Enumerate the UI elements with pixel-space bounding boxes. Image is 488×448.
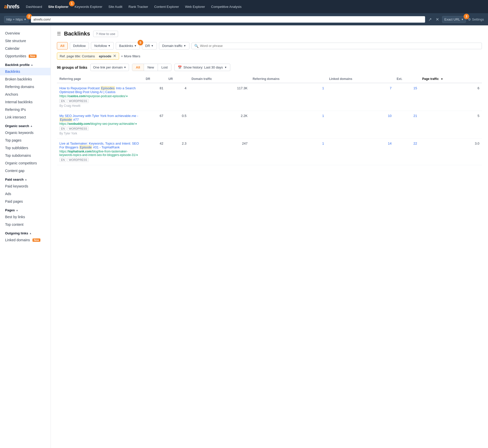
sidebar-item-opportunities[interactable]: Opportunities New [0, 52, 51, 60]
filter-all-btn[interactable]: All [57, 42, 68, 49]
app-logo[interactable]: ahrefs [4, 3, 19, 10]
sidebar-item-anchors[interactable]: Anchors [0, 91, 51, 98]
page-url[interactable]: https://castos.com/repurpose-podcast-epi… [59, 94, 141, 98]
sidebar-item-paid-pages[interactable]: Paid pages [0, 198, 51, 205]
filter-dr-btn[interactable]: DR ▼ [142, 42, 157, 49]
metric-cell: 247 [189, 139, 250, 165]
col-ext[interactable]: Ext. [394, 75, 419, 83]
nav-dashboard[interactable]: Dashboard [23, 3, 45, 10]
col-domain-traffic[interactable]: Domain traffic [189, 75, 250, 83]
backlinks-table: Referring page DR UR Domain traffic Refe… [57, 75, 482, 165]
show-history-btn[interactable]: 📅 Show history: Last 30 days ▼ [174, 64, 230, 71]
nav-web-explorer[interactable]: Web Explorer [183, 3, 208, 10]
nav-site-explorer[interactable]: Site Explorer 1 [46, 3, 71, 10]
main-content: ☰ Backlinks ? How to use All Dofollow No… [51, 25, 488, 448]
plus-icon: + [121, 54, 123, 58]
nav-keywords-explorer[interactable]: Keywords Explorer [72, 3, 105, 10]
sidebar-item-referring-domains[interactable]: Referring domains [0, 83, 51, 91]
nav-rank-tracker[interactable]: Rank Tracker [126, 3, 151, 10]
lost-btn[interactable]: Lost [158, 64, 171, 71]
metric-link[interactable]: 14 [388, 142, 392, 145]
page-title-link[interactable]: Live at Tastemaker: Keywords, Topics and… [59, 142, 141, 149]
how-to-use-button[interactable]: ? How to use [93, 31, 118, 37]
per-domain-selector[interactable]: One link per domain ▼ [90, 64, 129, 71]
linked-domains-new-badge: New [32, 238, 40, 242]
nav-site-audit[interactable]: Site Audit [106, 3, 125, 10]
filter-domain-traffic-btn[interactable]: Domain traffic ▼ [159, 42, 189, 49]
sidebar-item-ads[interactable]: Ads [0, 190, 51, 198]
word-phrase-search[interactable]: 🔍 [191, 43, 482, 49]
metric-link[interactable]: 7 [390, 86, 392, 90]
sidebar-item-top-pages[interactable]: Top pages [0, 136, 51, 144]
sidebar-item-overview[interactable]: Overview [0, 29, 51, 37]
col-page-traffic[interactable]: Page traffic ▼ [420, 75, 482, 83]
page-url[interactable]: https://tophatrank.com/blog/live-from-ta… [59, 150, 141, 157]
more-filters-btn[interactable]: + More filters [121, 54, 140, 58]
protocol-selector[interactable]: http + https ▼ 2 [4, 16, 29, 23]
sidebar-item-top-content[interactable]: Top content [0, 221, 51, 228]
sidebar-item-calendar[interactable]: Calendar [0, 45, 51, 52]
author: By Tyler York [59, 132, 141, 135]
metric-cell: 81 [143, 83, 166, 111]
new-btn[interactable]: New [144, 64, 158, 71]
url-input[interactable] [31, 16, 425, 23]
table-row: How to Repurpose Podcast Episodes Into a… [57, 83, 482, 111]
metric-link[interactable]: 22 [413, 142, 417, 145]
col-referring-page: Referring page [57, 75, 143, 83]
top-navigation: ahrefs Dashboard Site Explorer 1 Keyword… [0, 0, 488, 13]
sidebar-item-organic-competitors[interactable]: Organic competitors [0, 159, 51, 167]
sidebar-item-link-intersect[interactable]: Link intersect [0, 113, 51, 121]
metric-cell: 117.3K [189, 83, 250, 111]
sidebar-item-top-subdomains[interactable]: Top subdomains [0, 152, 51, 159]
nav-competitive-analysis[interactable]: Competitive Analysis [208, 3, 244, 10]
word-phrase-input[interactable] [200, 44, 479, 48]
col-linked-domains[interactable]: Linked domains [327, 75, 394, 83]
metric-link[interactable]: 1 [322, 142, 324, 145]
settings-button[interactable]: ⚙ Settings [468, 18, 484, 21]
filter-nofollow-btn[interactable]: Nofollow ▼ [91, 42, 114, 49]
sidebar-item-best-by-links[interactable]: Best by links [0, 213, 51, 221]
open-external-icon[interactable]: ↗ [427, 16, 433, 23]
metric-cell: 0.5 [166, 111, 189, 139]
sidebar-item-internal-backlinks[interactable]: Internal backlinks [0, 98, 51, 106]
sidebar-item-paid-keywords[interactable]: Paid keywords [0, 182, 51, 190]
hamburger-icon[interactable]: ☰ [57, 31, 61, 37]
sidebar-item-top-subfolders[interactable]: Top subfolders [0, 144, 51, 152]
sidebar-item-site-structure[interactable]: Site structure [0, 37, 51, 45]
filter-backlinks-btn[interactable]: Backlinks ▼ 5 [116, 42, 140, 49]
metric-cell: 2.2K [189, 111, 250, 139]
page-title-link[interactable]: How to Repurpose Podcast Episodes Into a… [59, 86, 141, 94]
sidebar-item-referring-ips[interactable]: Referring IPs [0, 106, 51, 113]
tag-badge: EN [59, 127, 66, 131]
metric-link[interactable]: 21 [413, 114, 417, 118]
remove-filter-btn[interactable]: ✕ [113, 54, 116, 58]
filter-dofollow-btn[interactable]: Dofollow [70, 42, 89, 49]
main-layout: Overview Site structure Calendar Opportu… [0, 25, 488, 448]
nav-content-explorer[interactable]: Content Explorer [152, 3, 182, 10]
sidebar-item-linked-domains[interactable]: Linked domains New [0, 236, 51, 244]
all-new-lost-toggle: All New Lost [132, 64, 171, 71]
all-btn[interactable]: All [132, 64, 144, 71]
url-mode-selector[interactable]: Exact URL ▼ 3 [442, 16, 466, 23]
page-title-link[interactable]: My SEO Journey with Tyler York from achi… [59, 114, 141, 122]
metric-cell: 67 [143, 111, 166, 139]
metric-link[interactable]: 1 [322, 114, 324, 118]
sidebar-item-broken-backlinks[interactable]: Broken backlinks [0, 75, 51, 83]
metric-cell: 42 [143, 139, 166, 165]
metric-link[interactable]: 1 [322, 86, 324, 90]
col-dr[interactable]: DR [143, 75, 166, 83]
question-icon: ? [96, 32, 98, 36]
sidebar-item-backlinks[interactable]: Backlinks [0, 68, 51, 75]
col-ur[interactable]: UR [166, 75, 189, 83]
metric-link[interactable]: 15 [413, 86, 417, 90]
table-row: Live at Tastemaker: Keywords, Topics and… [57, 139, 482, 165]
metric-cell: 6 [420, 83, 482, 111]
col-referring-domains[interactable]: Referring domains [250, 75, 327, 83]
tag-badge: WORDPRESS [67, 158, 89, 162]
page-url[interactable]: https://seobuddy.com/blog/my-seo-journey… [59, 122, 141, 126]
metric-link[interactable]: 10 [388, 114, 392, 118]
close-icon[interactable]: ✕ [435, 16, 440, 23]
section-backlink-profile: Backlink profile ▲ [0, 60, 51, 68]
sidebar-item-organic-keywords[interactable]: Organic keywords [0, 129, 51, 136]
sidebar-item-content-gap[interactable]: Content gap [0, 167, 51, 175]
